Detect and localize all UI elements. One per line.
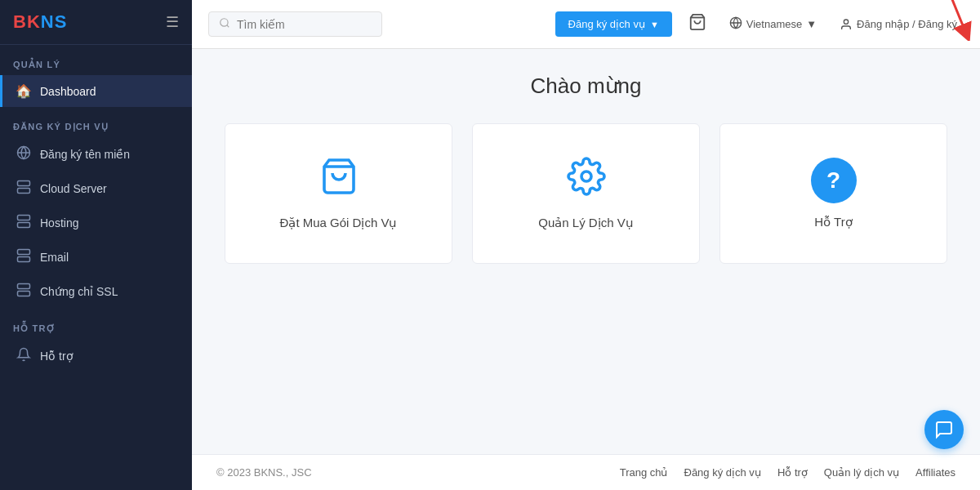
sidebar-item-dashboard[interactable]: 🏠 Dashboard bbox=[0, 75, 192, 107]
globe-icon bbox=[16, 145, 32, 163]
footer-link-manage[interactable]: Quản lý dịch vụ bbox=[824, 466, 899, 479]
svg-rect-5 bbox=[18, 216, 30, 220]
svg-point-17 bbox=[844, 20, 848, 24]
gear-card-icon bbox=[567, 157, 606, 204]
sidebar-item-label-domain: Đăng ký tên miền bbox=[40, 148, 130, 161]
main-content: Đăng ký dịch vụ ▼ Vietnamese ▼ Đăng nhập… bbox=[192, 0, 980, 490]
sidebar-item-label-hosting: Hosting bbox=[40, 216, 78, 229]
sidebar-item-cloud-server[interactable]: Cloud Server bbox=[0, 172, 192, 206]
sidebar-item-hosting[interactable]: Hosting bbox=[0, 206, 192, 240]
chevron-down-icon: ▼ bbox=[650, 20, 659, 29]
card-manage[interactable]: Quản Lý Dịch Vụ bbox=[472, 123, 700, 264]
footer-links: Trang chủ Đăng ký dịch vụ Hỗ trợ Quản lý… bbox=[620, 466, 956, 479]
svg-rect-2 bbox=[18, 189, 30, 194]
section-title-management: QUẢN LÝ bbox=[0, 45, 192, 75]
svg-rect-6 bbox=[18, 223, 30, 228]
footer-link-register[interactable]: Đăng ký dịch vụ bbox=[684, 466, 761, 479]
welcome-title: Chào mừng bbox=[531, 74, 642, 99]
chat-bubble-button[interactable] bbox=[924, 410, 964, 449]
logo-ns: NS bbox=[41, 11, 68, 32]
sidebar-item-label-cloud: Cloud Server bbox=[40, 182, 107, 195]
search-input[interactable] bbox=[237, 18, 372, 31]
hosting-icon bbox=[16, 214, 32, 232]
lang-chevron-icon: ▼ bbox=[806, 18, 817, 30]
search-container[interactable] bbox=[208, 11, 382, 37]
footer-copyright: © 2023 BKNS., JSC bbox=[216, 466, 620, 479]
globe-icon bbox=[729, 16, 742, 33]
sidebar-logo: BKNS ☰ bbox=[0, 0, 192, 45]
footer: © 2023 BKNS., JSC Trang chủ Đăng ký dịch… bbox=[192, 454, 980, 490]
sidebar: BKNS ☰ QUẢN LÝ 🏠 Dashboard ĐĂNG KÝ DỊCH … bbox=[0, 0, 192, 490]
sidebar-item-email[interactable]: Email bbox=[0, 240, 192, 274]
search-icon bbox=[219, 17, 230, 31]
main-welcome-content: Chào mừng Đặt Mua Gói Dịch Vụ Quản Lý Dị… bbox=[192, 49, 980, 454]
svg-rect-11 bbox=[18, 284, 30, 289]
cards-row: Đặt Mua Gói Dịch Vụ Quản Lý Dịch Vụ ? Hỗ… bbox=[225, 123, 947, 264]
svg-point-13 bbox=[220, 19, 228, 26]
logo-bk: BK bbox=[13, 11, 41, 32]
language-button[interactable]: Vietnamese ▼ bbox=[723, 13, 823, 36]
card-manage-label: Quản Lý Dịch Vụ bbox=[538, 216, 633, 230]
login-button[interactable]: Đăng nhập / Đăng ký bbox=[833, 15, 964, 34]
ssl-icon bbox=[16, 283, 32, 301]
bell-icon bbox=[16, 347, 32, 365]
home-icon: 🏠 bbox=[16, 83, 32, 99]
topbar: Đăng ký dịch vụ ▼ Vietnamese ▼ Đăng nhập… bbox=[192, 0, 980, 49]
hamburger-icon[interactable]: ☰ bbox=[166, 13, 179, 31]
sidebar-item-domain[interactable]: Đăng ký tên miền bbox=[0, 137, 192, 172]
card-support[interactable]: ? Hỗ Trợ bbox=[719, 123, 947, 264]
cart-button[interactable] bbox=[682, 10, 713, 38]
svg-rect-1 bbox=[18, 181, 30, 186]
svg-rect-12 bbox=[18, 292, 30, 296]
register-service-label: Đăng ký dịch vụ bbox=[568, 18, 645, 30]
footer-link-support[interactable]: Hỗ trợ bbox=[777, 466, 808, 479]
cart-card-icon bbox=[319, 157, 359, 204]
register-service-button[interactable]: Đăng ký dịch vụ ▼ bbox=[555, 11, 672, 37]
section-title-services: ĐĂNG KÝ DỊCH VỤ bbox=[0, 107, 192, 137]
footer-link-home[interactable]: Trang chủ bbox=[620, 466, 668, 479]
footer-link-affiliates[interactable]: Affiliates bbox=[915, 466, 956, 479]
sidebar-item-label-dashboard: Dashboard bbox=[40, 85, 96, 98]
card-support-label: Hỗ Trợ bbox=[814, 215, 852, 229]
card-order-label: Đặt Mua Gói Dịch Vụ bbox=[280, 216, 398, 230]
svg-rect-10 bbox=[18, 257, 30, 262]
svg-rect-9 bbox=[18, 250, 30, 255]
sidebar-item-support[interactable]: Hỗ trợ bbox=[0, 339, 192, 373]
sidebar-item-label-support: Hỗ trợ bbox=[40, 350, 74, 363]
sidebar-item-label-ssl: Chứng chỉ SSL bbox=[40, 285, 118, 298]
section-title-support: HỖ TRỢ bbox=[0, 309, 192, 339]
logo: BKNS bbox=[13, 11, 67, 33]
sidebar-item-label-email: Email bbox=[40, 251, 69, 264]
question-card-icon: ? bbox=[811, 158, 857, 203]
email-icon bbox=[16, 248, 32, 266]
server-icon bbox=[16, 180, 32, 198]
card-order[interactable]: Đặt Mua Gói Dịch Vụ bbox=[225, 123, 452, 264]
login-label: Đăng nhập / Đăng ký bbox=[857, 18, 957, 30]
language-label: Vietnamese bbox=[746, 18, 802, 30]
svg-point-20 bbox=[581, 172, 591, 181]
sidebar-item-ssl[interactable]: Chứng chỉ SSL bbox=[0, 274, 192, 309]
svg-line-14 bbox=[227, 25, 229, 28]
